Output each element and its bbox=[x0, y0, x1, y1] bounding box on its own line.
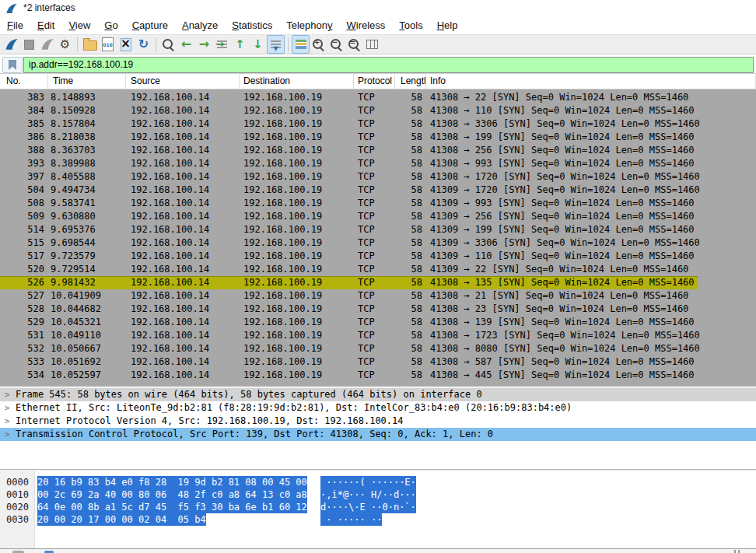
open-file-icon[interactable] bbox=[81, 35, 99, 54]
packet-info: 41308 → 199 [SYN] Seq=0 Win=1024 Len=0 M… bbox=[426, 131, 756, 144]
packet-source: 192.168.100.14 bbox=[126, 104, 240, 117]
zoom-out-icon[interactable]: − bbox=[327, 35, 345, 54]
packet-row[interactable]: 5049.494734192.168.100.14192.168.100.19T… bbox=[0, 184, 756, 197]
packet-row[interactable]: 52710.041909192.168.100.14192.168.100.19… bbox=[0, 289, 756, 303]
wireshark-window: *2 interfaces FileEditViewGoCaptureAnaly… bbox=[0, 0, 756, 553]
go-back-icon[interactable]: ← bbox=[177, 35, 195, 54]
packet-list-header: No.TimeSourceDestinationProtocolLengthIn… bbox=[0, 74, 756, 89]
packet-row[interactable]: 53110.049110192.168.100.14192.168.100.19… bbox=[0, 329, 756, 342]
menu-analyze[interactable]: Analyze bbox=[175, 17, 225, 34]
display-filter-input[interactable]: ip.addr==192.168.100.19 bbox=[23, 57, 754, 73]
column-header-info[interactable]: Info bbox=[426, 74, 756, 89]
menu-go[interactable]: Go bbox=[97, 17, 124, 34]
expand-chevron-icon[interactable]: > bbox=[5, 428, 10, 441]
column-header-destination[interactable]: Destination bbox=[240, 74, 354, 89]
packet-time: 8.389988 bbox=[48, 157, 126, 170]
hex-ascii[interactable]: · ····· ·· bbox=[320, 513, 382, 526]
packet-row[interactable]: 5209.729514192.168.100.14192.168.100.19T… bbox=[0, 263, 756, 276]
start-capture-icon[interactable] bbox=[2, 35, 20, 54]
packet-row[interactable]: 5159.698544192.168.100.14192.168.100.19T… bbox=[0, 236, 756, 250]
packet-details-pane[interactable]: >Frame 545: 58 bytes on wire (464 bits),… bbox=[0, 388, 756, 469]
packet-protocol: TCP bbox=[354, 316, 395, 329]
packet-row[interactable]: 53310.051692192.168.100.14192.168.100.19… bbox=[0, 355, 756, 369]
packet-row[interactable]: 5099.630880192.168.100.14192.168.100.19T… bbox=[0, 210, 756, 223]
reload-file-icon[interactable]: ↻ bbox=[135, 35, 152, 54]
detail-row[interactable]: >Internet Protocol Version 4, Src: 192.1… bbox=[0, 415, 756, 428]
packet-row[interactable]: 53210.050667192.168.100.14192.168.100.19… bbox=[0, 342, 756, 355]
expand-chevron-icon[interactable]: > bbox=[5, 388, 10, 401]
packet-row[interactable]: 52910.045321192.168.100.14192.168.100.19… bbox=[0, 316, 756, 329]
packet-row[interactable]: 3978.405588192.168.100.14192.168.100.19T… bbox=[0, 170, 756, 184]
expand-chevron-icon[interactable]: > bbox=[5, 401, 10, 415]
detail-row[interactable]: >Frame 545: 58 bytes on wire (464 bits),… bbox=[0, 388, 756, 401]
packet-row[interactable]: 3868.218038192.168.100.14192.168.100.19T… bbox=[0, 131, 756, 144]
hex-ascii[interactable]: d····\·E ··0·n·`· bbox=[320, 501, 416, 513]
menu-view[interactable]: View bbox=[61, 17, 97, 34]
zoom-in-icon[interactable]: + bbox=[310, 35, 327, 54]
packet-row[interactable]: 3938.389988192.168.100.14192.168.100.19T… bbox=[0, 157, 756, 170]
packet-bytes-pane[interactable]: 000020 16 b9 83 b4 e0 f8 28 19 9d b2 81 … bbox=[0, 471, 756, 548]
size-grip[interactable] bbox=[734, 550, 740, 553]
hex-row[interactable]: 002064 0e 00 8b a1 5c d7 45 f5 f3 30 ba … bbox=[0, 501, 756, 513]
restart-capture-icon[interactable] bbox=[38, 35, 56, 54]
packet-time: 9.981432 bbox=[48, 276, 126, 289]
hex-row[interactable]: 001000 2c 69 2a 40 00 80 06 48 2f c0 a8 … bbox=[0, 488, 756, 501]
menu-edit[interactable]: Edit bbox=[30, 17, 61, 34]
packet-row[interactable]: 5149.695376192.168.100.14192.168.100.19T… bbox=[0, 223, 756, 236]
packet-row[interactable]: 52810.044682192.168.100.14192.168.100.19… bbox=[0, 303, 756, 316]
column-header-no[interactable]: No. bbox=[0, 74, 48, 89]
stop-capture-icon[interactable] bbox=[20, 35, 38, 54]
close-file-icon[interactable]: × bbox=[117, 35, 135, 54]
packet-row[interactable]: 5269.981432192.168.100.14192.168.100.19T… bbox=[0, 276, 756, 289]
column-header-length[interactable]: Length bbox=[395, 74, 426, 89]
go-first-icon[interactable]: ↑ bbox=[231, 35, 249, 54]
hex-bytes[interactable]: 20 16 b9 83 b4 e0 f8 28 19 9d b2 81 08 0… bbox=[37, 476, 307, 488]
hex-row[interactable]: 000020 16 b9 83 b4 e0 f8 28 19 9d b2 81 … bbox=[0, 476, 756, 488]
save-file-icon[interactable]: 010 bbox=[99, 35, 117, 54]
find-packet-icon[interactable] bbox=[159, 35, 177, 54]
column-header-time[interactable]: Time bbox=[48, 74, 126, 89]
hex-row[interactable]: 003020 00 20 17 00 00 02 04 05 b4 · ····… bbox=[0, 513, 756, 526]
menu-file[interactable]: File bbox=[0, 17, 30, 34]
packet-row[interactable]: 5089.583741192.168.100.14192.168.100.19T… bbox=[0, 197, 756, 210]
auto-scroll-icon[interactable]: ▼ bbox=[267, 35, 285, 54]
hex-bytes[interactable]: 64 0e 00 8b a1 5c d7 45 f5 f3 30 ba 6e b… bbox=[37, 501, 307, 513]
menu-statistics[interactable]: Statistics bbox=[225, 17, 279, 34]
capture-options-icon[interactable]: ⚙ bbox=[56, 35, 74, 54]
hex-ascii[interactable]: ······( ······E· bbox=[320, 476, 416, 488]
packet-source: 192.168.100.14 bbox=[126, 223, 240, 236]
packet-destination: 192.168.100.19 bbox=[240, 117, 354, 131]
menu-tools[interactable]: Tools bbox=[392, 17, 429, 34]
display-filter-bar: ip.addr==192.168.100.19 bbox=[0, 55, 756, 74]
packet-row[interactable]: 3848.150928192.168.100.14192.168.100.19T… bbox=[0, 104, 756, 117]
packet-row[interactable]: 3858.157804192.168.100.14192.168.100.19T… bbox=[0, 117, 756, 131]
resize-columns-icon[interactable] bbox=[363, 35, 381, 54]
packet-info: 41308 → 23 [SYN] Seq=0 Win=1024 Len=0 MS… bbox=[426, 303, 756, 316]
detail-row[interactable]: >Ethernet II, Src: LiteonTe_9d:b2:81 (f8… bbox=[0, 401, 756, 415]
packet-no: 531 bbox=[0, 329, 48, 342]
go-last-icon[interactable]: ↓ bbox=[249, 35, 267, 54]
packet-length: 58 bbox=[395, 157, 426, 170]
menu-help[interactable]: Help bbox=[430, 17, 465, 34]
packet-row[interactable]: 5179.723579192.168.100.14192.168.100.19T… bbox=[0, 250, 756, 263]
zoom-100-icon[interactable]: = bbox=[345, 35, 363, 54]
menu-wireless[interactable]: Wireless bbox=[340, 17, 393, 34]
filter-bookmark-button[interactable] bbox=[2, 57, 23, 73]
column-header-source[interactable]: Source bbox=[126, 74, 240, 89]
hex-ascii[interactable]: ·,i*@··· H/··d··· bbox=[320, 488, 416, 501]
go-forward-icon[interactable]: → bbox=[195, 35, 213, 54]
packet-destination: 192.168.100.19 bbox=[240, 144, 354, 157]
go-to-packet-icon[interactable]: → bbox=[213, 35, 231, 54]
expand-chevron-icon[interactable]: > bbox=[5, 415, 10, 428]
menu-capture[interactable]: Capture bbox=[125, 17, 175, 34]
packet-row[interactable]: 3888.363703192.168.100.14192.168.100.19T… bbox=[0, 144, 756, 157]
hex-bytes[interactable]: 00 2c 69 2a 40 00 80 06 48 2f c0 a8 64 1… bbox=[37, 488, 307, 501]
detail-row[interactable]: >Transmission Control Protocol, Src Port… bbox=[0, 428, 756, 441]
colorize-icon[interactable] bbox=[292, 35, 310, 54]
packet-list[interactable]: 3838.148893192.168.100.14192.168.100.19T… bbox=[0, 89, 756, 386]
hex-bytes[interactable]: 20 00 20 17 00 00 02 04 05 b4 bbox=[37, 513, 206, 526]
packet-row[interactable]: 53410.052597192.168.100.14192.168.100.19… bbox=[0, 369, 756, 382]
menu-telephony[interactable]: Telephony bbox=[279, 17, 339, 34]
packet-row[interactable]: 3838.148893192.168.100.14192.168.100.19T… bbox=[0, 91, 756, 104]
column-header-protocol[interactable]: Protocol bbox=[354, 74, 395, 89]
